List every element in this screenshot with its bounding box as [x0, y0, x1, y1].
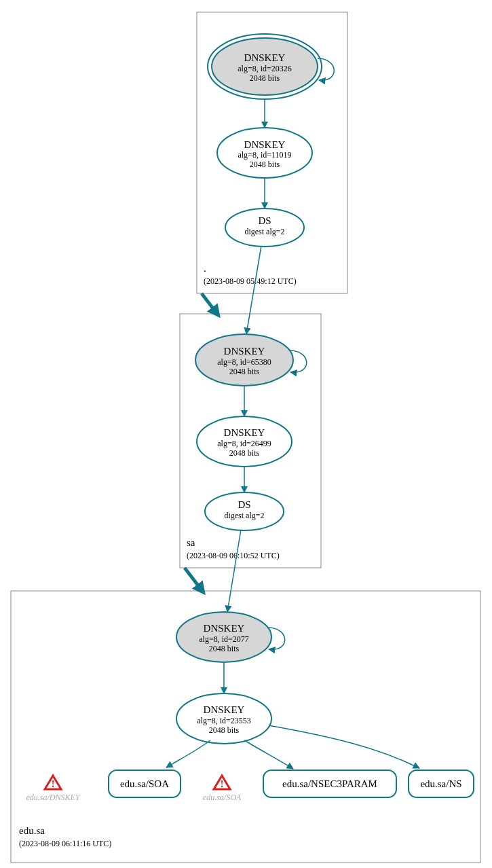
edusa-ksk-line2: alg=8, id=2077	[199, 634, 249, 644]
edge-root-to-sa-deleg	[202, 293, 217, 314]
root-ds-line2: digest alg=2	[244, 227, 284, 236]
warn-icon: !	[221, 779, 224, 789]
node-edusa-ksk: DNSKEY alg=8, id=2077 2048 bits	[176, 612, 271, 662]
edge-root-ds-to-sa-ksk	[246, 246, 261, 334]
node-root-ds: DS digest alg=2	[225, 209, 304, 247]
node-root-zsk: DNSKEY alg=8, id=11019 2048 bits	[217, 128, 312, 178]
sa-ksk-title: DNSKEY	[224, 346, 265, 357]
warn-icon: !	[52, 779, 55, 789]
edge-zsk-to-ns	[269, 725, 419, 768]
root-zsk-line2: alg=8, id=11019	[238, 150, 291, 160]
ghost-dnskey-label: edu.sa/DNSKEY	[26, 793, 80, 802]
zone-sa-label: sa	[187, 537, 195, 548]
edusa-zsk-title: DNSKEY	[204, 704, 245, 715]
root-ksk-line3: 2048 bits	[250, 73, 280, 83]
edusa-ksk-title: DNSKEY	[204, 623, 245, 634]
node-edusa-zsk: DNSKEY alg=8, id=23553 2048 bits	[176, 693, 271, 744]
edge-root-ksk-self	[318, 58, 334, 80]
node-sa-ksk: DNSKEY alg=8, id=65380 2048 bits	[195, 334, 293, 386]
sa-ksk-line2: alg=8, id=65380	[217, 357, 271, 367]
edge-sa-to-edusa-deleg	[185, 568, 202, 591]
sa-ds-title: DS	[238, 499, 250, 510]
sa-zsk-line3: 2048 bits	[229, 448, 260, 458]
rrset-nsec3-label: edu.sa/NSEC3PARAM	[282, 778, 377, 789]
zone-edusa-timestamp: (2023-08-09 06:11:16 UTC)	[19, 839, 111, 848]
sa-ksk-line3: 2048 bits	[229, 367, 260, 376]
ghost-soa-label: edu.sa/SOA	[203, 793, 242, 802]
sa-zsk-line2: alg=8, id=26499	[217, 439, 271, 448]
rrset-ns: edu.sa/NS	[409, 770, 474, 797]
node-sa-zsk: DNSKEY alg=8, id=26499 2048 bits	[197, 416, 292, 467]
root-ksk-line2: alg=8, id=20326	[238, 64, 292, 73]
zone-sa-timestamp: (2023-08-09 06:10:52 UTC)	[187, 551, 280, 560]
zone-root-timestamp: (2023-08-09 05:49:12 UTC)	[204, 276, 297, 286]
node-sa-ds: DS digest alg=2	[205, 492, 284, 530]
root-zsk-line3: 2048 bits	[250, 160, 280, 169]
node-root-ksk: DNSKEY alg=8, id=20326 2048 bits	[208, 34, 322, 99]
ghost-soa-warn: ! edu.sa/SOA	[203, 776, 242, 802]
edusa-zsk-line2: alg=8, id=23553	[197, 716, 251, 725]
rrset-nsec3param: edu.sa/NSEC3PARAM	[263, 770, 396, 797]
edge-zsk-to-nsec3	[244, 740, 293, 769]
sa-zsk-title: DNSKEY	[224, 427, 265, 438]
root-zsk-title: DNSKEY	[244, 139, 286, 150]
rrset-ns-label: edu.sa/NS	[420, 778, 461, 789]
zone-root-label: .	[204, 263, 206, 274]
root-ksk-title: DNSKEY	[244, 52, 286, 63]
sa-ds-line2: digest alg=2	[224, 511, 264, 520]
edusa-zsk-line3: 2048 bits	[209, 725, 240, 735]
zone-edusa-label: edu.sa	[19, 825, 45, 836]
root-ds-title: DS	[258, 215, 271, 226]
edusa-ksk-line3: 2048 bits	[209, 644, 240, 653]
rrset-soa: edu.sa/SOA	[109, 770, 181, 797]
edge-zsk-to-soa	[166, 740, 210, 767]
rrset-soa-label: edu.sa/SOA	[120, 778, 169, 789]
ghost-dnskey-warn: ! edu.sa/DNSKEY	[26, 776, 80, 802]
edge-sa-ds-to-edusa-ksk	[227, 530, 241, 612]
